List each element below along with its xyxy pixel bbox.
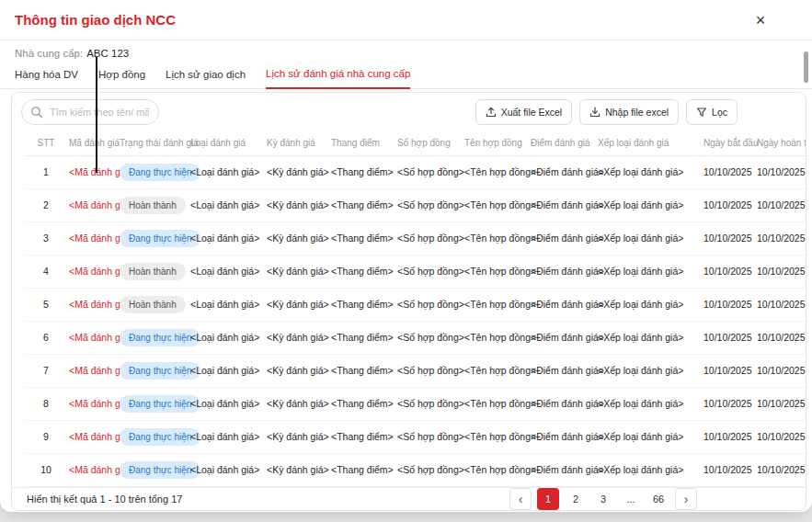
- cell-scale: <Thang điểm>: [329, 387, 395, 420]
- cell-type: <Loại đánh giá>: [189, 188, 265, 221]
- cell-scale: <Thang điểm>: [329, 453, 395, 486]
- tab-hang-hoa-dv[interactable]: Hàng hóa DV: [15, 65, 78, 88]
- cell-contract-no: <Số hợp đồng>: [395, 453, 463, 486]
- cell-status: Đang thực hiện: [118, 321, 189, 354]
- evaluation-table: STTMã đánh giáTrạng thái đánh giáLoại đá…: [25, 131, 806, 487]
- cell-contract-no: <Số hợp đồng>: [395, 387, 463, 420]
- cell-rating: <Xếp loại đánh giá>: [596, 288, 702, 321]
- table-row: 1<Mã đánh giá>Đang thực hiện<Loại đánh g…: [25, 155, 806, 188]
- tab-hop-dong[interactable]: Hợp đồng: [98, 65, 145, 88]
- modal-title: Thông tin giao dịch NCC: [15, 12, 176, 28]
- cell-period: <Kỳ đánh giá>: [265, 420, 329, 453]
- cell-rating: <Xếp loại đánh giá>: [596, 255, 702, 288]
- cell-code[interactable]: <Mã đánh giá>: [67, 354, 118, 387]
- cell-contract-name: <Tên hợp đồng>: [463, 387, 529, 420]
- cell-score: <Điểm đánh giá>: [529, 354, 596, 387]
- cell-type: <Loại đánh giá>: [189, 453, 265, 486]
- cell-period: <Kỳ đánh giá>: [265, 387, 329, 420]
- cell-rating: <Xếp loại đánh giá>: [596, 354, 702, 387]
- cell-rating: <Xếp loại đánh giá>: [596, 453, 702, 486]
- status-badge: Hoàn thành: [120, 296, 186, 313]
- page-button-2[interactable]: 2: [565, 488, 587, 510]
- table-row: 9<Mã đánh giá>Đang thực hiện<Loại đánh g…: [25, 420, 806, 453]
- status-badge: Đang thực hiện: [120, 461, 200, 479]
- prev-page-button[interactable]: ‹: [509, 488, 532, 510]
- supplier-value: ABC 123: [86, 48, 129, 59]
- cell-contract-no: <Số hợp đồng>: [395, 255, 463, 288]
- cell-rating: <Xếp loại đánh giá>: [596, 387, 702, 420]
- status-badge: Đang thực hiện: [120, 164, 200, 181]
- page-button-3[interactable]: 3: [592, 488, 614, 510]
- cell-code[interactable]: <Mã đánh giá>: [67, 221, 118, 255]
- cell-stt: 10: [25, 453, 67, 486]
- column-header: Thang điểm: [329, 131, 395, 155]
- page-button-66[interactable]: 66: [647, 488, 669, 510]
- cell-stt: 6: [25, 321, 67, 354]
- toolbar: Xuất file Excel Nhập file excel Lọc: [12, 93, 806, 131]
- cell-start-date: 10/10/2025: [702, 420, 755, 453]
- cell-type: <Loại đánh giá>: [189, 321, 265, 354]
- import-excel-button[interactable]: Nhập file excel: [579, 99, 679, 125]
- cell-period: <Kỳ đánh giá>: [265, 321, 329, 354]
- cell-code[interactable]: <Mã đánh giá>: [67, 255, 118, 288]
- cell-stt: 9: [25, 420, 67, 453]
- supplier-transaction-modal: Thông tin giao dịch NCC × Nhà cung cấp:A…: [0, 0, 812, 512]
- cell-end-date: 10/10/2025: [755, 453, 806, 486]
- status-badge: Hoàn thành: [120, 263, 186, 280]
- page-button-1[interactable]: 1: [537, 488, 559, 510]
- cell-type: <Loại đánh giá>: [189, 354, 265, 387]
- cell-status: Đang thực hiện: [118, 453, 189, 486]
- cell-score: <Điểm đánh giá>: [529, 221, 596, 255]
- cell-code[interactable]: <Mã đánh giá>: [67, 321, 118, 354]
- status-badge: Hoàn thành: [120, 197, 186, 214]
- cell-period: <Kỳ đánh giá>: [265, 354, 329, 387]
- cell-end-date: 10/10/2025: [755, 420, 806, 453]
- export-excel-button[interactable]: Xuất file Excel: [475, 99, 573, 125]
- cell-rating: <Xếp loại đánh giá>: [596, 188, 702, 221]
- status-badge: Đang thực hiện: [120, 362, 200, 380]
- cell-rating: <Xếp loại đánh giá>: [596, 155, 702, 188]
- cell-type: <Loại đánh giá>: [189, 155, 265, 188]
- cell-code[interactable]: <Mã đánh giá>: [67, 288, 118, 321]
- cell-code[interactable]: <Mã đánh giá>: [67, 387, 118, 420]
- supplier-label: Nhà cung cấp:: [15, 48, 83, 59]
- cell-contract-name: <Tên hợp đồng>: [463, 255, 529, 288]
- tab-lich-su-danh-gia-ncc[interactable]: Lịch sử đánh giá nhà cung cấp: [266, 64, 410, 89]
- modal-header: Thông tin giao dịch NCC ×: [0, 0, 812, 40]
- table-header-row: STTMã đánh giáTrạng thái đánh giáLoại đá…: [25, 131, 806, 155]
- cell-stt: 1: [25, 155, 67, 188]
- column-header: Điểm đánh giá: [529, 131, 596, 155]
- filter-button[interactable]: Lọc: [686, 99, 738, 125]
- cell-status: Đang thực hiện: [118, 221, 189, 255]
- cell-period: <Kỳ đánh giá>: [265, 155, 329, 188]
- cell-start-date: 10/10/2025: [702, 155, 755, 188]
- cell-contract-no: <Số hợp đồng>: [395, 321, 463, 354]
- filter-label: Lọc: [712, 107, 727, 118]
- cell-status: Hoàn thành: [118, 255, 189, 288]
- tab-bar: Hàng hóa DVHợp đồngLịch sử giao dịchLịch…: [0, 59, 812, 89]
- cell-end-date: 10/10/2025: [755, 221, 806, 255]
- table-row: 4<Mã đánh giá>Hoàn thành<Loại đánh giá><…: [25, 255, 806, 288]
- cell-code[interactable]: <Mã đánh giá>: [67, 420, 118, 453]
- cell-contract-no: <Số hợp đồng>: [395, 221, 463, 255]
- evaluation-history-panel: Xuất file Excel Nhập file excel Lọc: [11, 92, 806, 511]
- tab-lich-su-giao-dich[interactable]: Lịch sử giao dịch: [166, 65, 246, 88]
- cell-code[interactable]: <Mã đánh giá>: [67, 155, 118, 188]
- next-page-button[interactable]: ›: [675, 488, 697, 510]
- cell-start-date: 10/10/2025: [702, 255, 755, 288]
- cell-end-date: 10/10/2025: [755, 321, 806, 354]
- cell-period: <Kỳ đánh giá>: [265, 255, 329, 288]
- column-header: Tên hợp đồng: [463, 131, 529, 155]
- cell-scale: <Thang điểm>: [329, 221, 395, 255]
- close-icon[interactable]: ×: [749, 9, 772, 31]
- cell-end-date: 10/10/2025: [755, 155, 806, 188]
- cell-score: <Điểm đánh giá>: [529, 188, 596, 221]
- status-badge: Đang thực hiện: [120, 428, 200, 446]
- search-box: [21, 99, 159, 125]
- cell-period: <Kỳ đánh giá>: [265, 288, 329, 321]
- cell-code[interactable]: <Mã đánh giá>: [67, 453, 118, 486]
- pagination: ‹123...66›: [509, 488, 697, 510]
- cell-code[interactable]: <Mã đánh giá>: [67, 188, 118, 221]
- scrollbar-thumb[interactable]: [804, 51, 808, 83]
- page-ellipsis: ...: [620, 488, 642, 510]
